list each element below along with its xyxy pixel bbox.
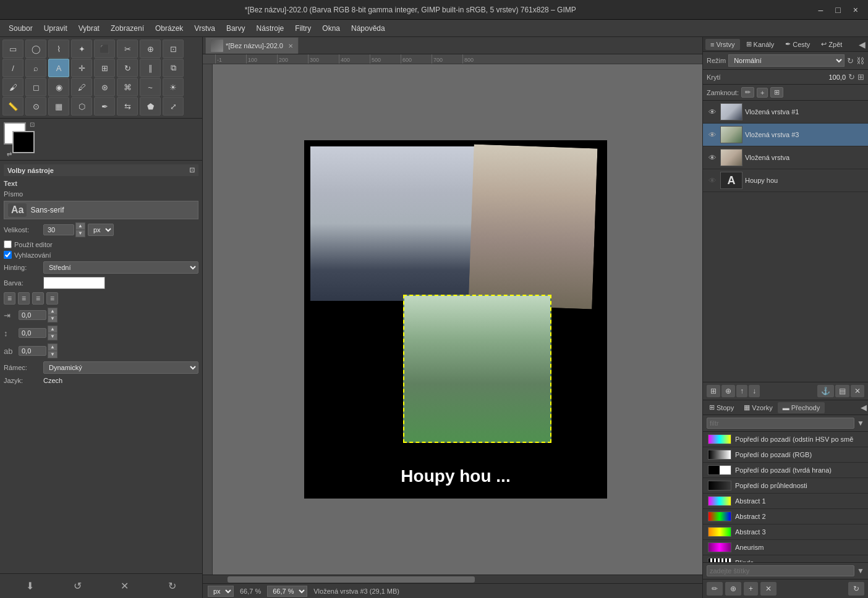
tool-measure[interactable]: 📏 — [2, 97, 23, 116]
gradient-tab-patterns[interactable]: ▦ Vzorky — [739, 402, 778, 413]
gradient-item-abstract3[interactable]: Abstract 3 — [703, 524, 868, 540]
layer-item-4[interactable]: 👁 A Houpy hou — [703, 169, 868, 192]
tool-align[interactable]: ⊞ — [94, 59, 115, 77]
canvas-viewport[interactable]: Houpy hou ... — [213, 64, 702, 575]
toolbox-save-btn[interactable]: ⬇ — [26, 580, 34, 592]
tool-fuzzy-select[interactable]: ✦ — [71, 40, 92, 58]
align-justify-button[interactable]: ≡ — [46, 292, 58, 305]
tool-path[interactable]: ✒ — [94, 97, 115, 116]
layer-delete-btn[interactable]: ✕ — [851, 385, 864, 397]
size-input[interactable] — [43, 224, 74, 235]
gradient-filter-input[interactable] — [707, 418, 854, 429]
tool-gradient[interactable]: ▦ — [48, 97, 69, 116]
opacity-checkers-btn[interactable]: ⊞ — [857, 72, 864, 82]
tool-foreground-select[interactable]: ⊕ — [140, 40, 161, 58]
gradient-item-abstract1[interactable]: Abstract 1 — [703, 494, 868, 509]
tool-zoom[interactable]: ⌕ — [25, 59, 46, 77]
menu-vrstva[interactable]: Vrstva — [189, 22, 220, 35]
gradient-item-fg-bg-hard[interactable]: Popředí do pozadí (tvrdá hrana) — [703, 463, 868, 478]
layer-eye-3[interactable]: 👁 — [707, 152, 718, 163]
horizontal-scrollbar[interactable] — [203, 575, 702, 583]
tool-shear[interactable]: ∥ — [140, 59, 161, 77]
layer-item-1[interactable]: 👁 Vložená vrstva #1 — [703, 101, 868, 124]
status-unit-select[interactable]: px — [208, 586, 234, 597]
lock-position-btn[interactable]: + — [757, 88, 768, 98]
tool-rect-select[interactable]: ▭ — [2, 40, 23, 58]
swap-colors-icon[interactable]: ⇄ — [7, 151, 12, 158]
layer-duplicate-btn[interactable]: ⊕ — [721, 385, 735, 397]
use-editor-checkbox[interactable] — [4, 240, 12, 248]
toolbox-restore-btn[interactable]: ↻ — [168, 580, 176, 592]
tool-select-by-color[interactable]: ⬛ — [94, 40, 115, 58]
baseline-up-btn[interactable]: ▲ — [48, 343, 57, 351]
tool-warp[interactable]: ⤢ — [163, 97, 184, 116]
lock-alpha-btn[interactable]: ⊞ — [770, 87, 783, 98]
toolbox-delete-btn[interactable]: ✕ — [121, 580, 129, 592]
layer-new-from-visible-btn[interactable]: ⊞ — [707, 385, 720, 397]
toolbox-reset-btn[interactable]: ↺ — [74, 580, 82, 592]
size-up-btn[interactable]: ▲ — [75, 222, 85, 230]
gradient-new-btn[interactable]: + — [744, 582, 758, 596]
tool-fill[interactable]: ⬡ — [71, 97, 92, 116]
menu-vybrat[interactable]: Vybrat — [74, 22, 104, 35]
tool-dodge-burn[interactable]: ☀ — [163, 78, 184, 96]
layer-anchor-btn[interactable]: ⚓ — [817, 385, 834, 397]
tool-paintbrush[interactable]: 🖌 — [2, 78, 23, 96]
layer-item-3[interactable]: 👁 Vložená vrstva — [703, 146, 868, 169]
foreground-color-swatch[interactable] — [12, 131, 35, 153]
align-center-button[interactable]: ≡ — [18, 292, 30, 305]
tool-rotate3d[interactable]: ↻ — [117, 59, 138, 77]
tool-color-picker[interactable]: ⊙ — [25, 97, 46, 116]
layer-item-2[interactable]: 👁 Vložená vrstva #3 — [703, 124, 868, 146]
panel-tab-layers[interactable]: ≡ Vrstvy — [705, 39, 740, 50]
tool-ellipse-select[interactable]: ◯ — [25, 40, 46, 58]
panel-tab-paths[interactable]: ✒ Cesty — [780, 38, 815, 50]
tool-heal[interactable]: ⊛ — [94, 78, 115, 96]
layer-merge-btn[interactable]: ▤ — [835, 385, 849, 397]
gradient-item-abstract2[interactable]: Abstract 2 — [703, 509, 868, 524]
menu-zobrazeni[interactable]: Zobrazení — [106, 22, 149, 35]
frame-select[interactable]: Dynamický — [43, 361, 198, 374]
horizontal-scrollbar-thumb[interactable] — [228, 576, 475, 583]
layer-mode-select[interactable]: Normální — [728, 54, 845, 67]
gradient-item-aneurism[interactable]: Aneurism — [703, 540, 868, 555]
linespacing-input[interactable] — [19, 328, 46, 338]
font-picker[interactable]: Aa Sans-serif — [4, 201, 198, 219]
gradient-item-blinds[interactable]: Blinds — [703, 555, 868, 562]
reset-colors-icon[interactable]: ⊡ — [30, 121, 35, 128]
tool-lasso[interactable]: ⌇ — [48, 40, 69, 58]
indent-down-btn[interactable]: ▼ — [48, 315, 57, 322]
panel-tab-channels[interactable]: ⊞ Kanály — [741, 38, 780, 50]
tool-perspective[interactable]: ⬟ — [140, 97, 161, 116]
canvas-image[interactable]: Houpy hou ... — [304, 140, 607, 499]
layer-down-btn[interactable]: ↓ — [749, 385, 760, 397]
gradient-item-fg-bg-rgb[interactable]: Popředí do pozadí (RGB) — [703, 447, 868, 463]
tool-scissors[interactable]: ✂ — [117, 40, 138, 58]
layer-chain-btn[interactable]: ⛓ — [856, 56, 864, 65]
tab-close-icon[interactable]: ✕ — [288, 43, 293, 49]
tool-crop[interactable]: ⊡ — [163, 40, 184, 58]
tool-move[interactable]: ✛ — [71, 59, 92, 77]
menu-soubor[interactable]: Soubor — [4, 22, 38, 35]
maximize-button[interactable]: □ — [832, 4, 844, 16]
status-zoom-select[interactable]: 66,7 % — [267, 586, 307, 597]
menu-barvy[interactable]: Barvy — [221, 22, 250, 35]
layer-up-btn[interactable]: ↑ — [736, 385, 747, 397]
gradient-item-fg-trans[interactable]: Popředí do průhlednosti — [703, 478, 868, 494]
menu-filtry[interactable]: Filtry — [290, 22, 316, 35]
menu-obrazek[interactable]: Obrázek — [150, 22, 188, 35]
canvas-tab[interactable]: *[Bez názvu]-202.0 ✕ — [205, 37, 299, 54]
tool-transform[interactable]: ⧉ — [163, 59, 184, 77]
tool-airbrush[interactable]: ◉ — [48, 78, 69, 96]
layer-eye-2[interactable]: 👁 — [707, 129, 718, 140]
tool-pencil[interactable]: / — [2, 59, 23, 77]
lock-paint-btn[interactable]: ✏ — [741, 87, 754, 98]
close-button[interactable]: × — [849, 4, 862, 16]
tool-options-expand[interactable]: ⊡ — [189, 166, 195, 174]
layer-refresh-btn[interactable]: ↻ — [847, 56, 854, 65]
menu-okna[interactable]: Okna — [317, 22, 345, 35]
menu-upravit[interactable]: Upravit — [39, 22, 72, 35]
tool-text[interactable]: A — [48, 59, 69, 77]
gradient-tab-gradients[interactable]: ▬ Přechody — [778, 402, 825, 413]
gradient-refresh-btn[interactable]: ↻ — [848, 582, 864, 596]
